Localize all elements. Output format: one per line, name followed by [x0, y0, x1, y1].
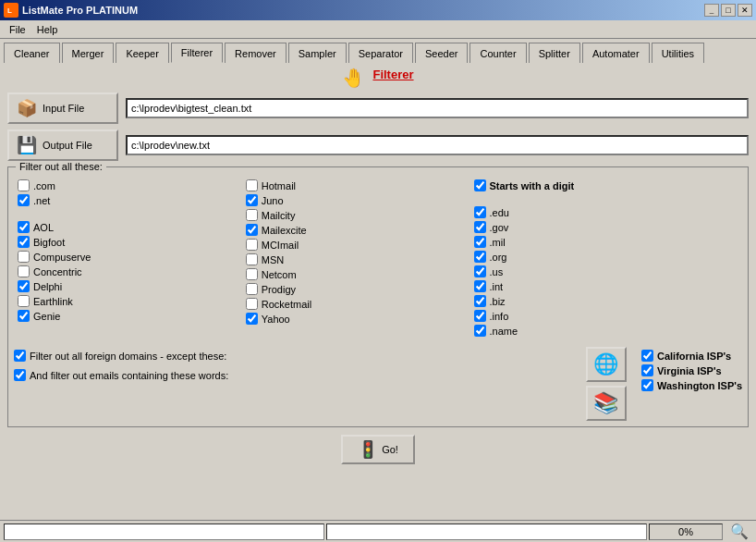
check-biz[interactable]	[474, 295, 486, 307]
filter-col-1: .com .net AOL Bigfoot Compuserve Concent…	[14, 177, 242, 339]
check-com[interactable]	[18, 179, 30, 191]
input-file-row: 📦 Input File	[7, 92, 749, 124]
close-button[interactable]: ✕	[738, 4, 752, 17]
tab-utilities[interactable]: Utilities	[652, 43, 704, 63]
check-gov[interactable]	[474, 221, 486, 233]
tab-merger[interactable]: Merger	[62, 43, 115, 63]
minimize-button[interactable]: _	[704, 4, 719, 17]
menu-file[interactable]: File	[4, 22, 31, 37]
output-file-row: 💾 Output File	[7, 129, 749, 161]
check-us[interactable]	[474, 265, 486, 277]
check-delphi[interactable]	[18, 280, 30, 292]
search-icon: 🔍	[730, 523, 749, 540]
hand-icon: 🤚	[342, 67, 365, 89]
input-file-button[interactable]: 📦 Input File	[7, 92, 118, 124]
tab-remover[interactable]: Remover	[225, 43, 287, 63]
check-compuserve[interactable]	[18, 251, 30, 263]
foreign-domains-icon-button[interactable]: 🌐	[586, 347, 627, 382]
check-california-isp[interactable]	[641, 350, 653, 362]
check-washington-isp[interactable]	[641, 379, 653, 391]
check-aol[interactable]	[18, 221, 30, 233]
check-netcom[interactable]	[246, 268, 258, 280]
check-foreign-domains[interactable]	[14, 350, 26, 362]
check-earthlink[interactable]	[18, 295, 30, 307]
tab-splitter[interactable]: Splitter	[529, 43, 580, 63]
check-org[interactable]	[474, 251, 486, 263]
title-bar: L ListMate Pro PLATINUM _ □ ✕	[0, 0, 756, 20]
output-file-path[interactable]	[126, 135, 749, 155]
check-rocketmail[interactable]	[246, 298, 258, 310]
check-starts-digit[interactable]	[474, 179, 486, 191]
check-concentric[interactable]	[18, 265, 30, 277]
menu-bar: File Help	[0, 20, 756, 39]
tab-automater[interactable]: Automater	[582, 43, 650, 63]
tab-sampler[interactable]: Sampler	[288, 43, 347, 63]
output-file-button[interactable]: 💾 Output File	[7, 129, 118, 161]
check-name[interactable]	[474, 325, 486, 337]
tab-seeder[interactable]: Seeder	[415, 43, 468, 63]
check-hotmail[interactable]	[246, 179, 258, 191]
status-left-panel	[4, 524, 324, 540]
search-button[interactable]: 🔍	[726, 521, 752, 543]
maximize-button[interactable]: □	[721, 4, 736, 17]
check-int[interactable]	[474, 280, 486, 292]
input-file-icon: 📦	[17, 98, 37, 118]
tab-keeper[interactable]: Keeper	[116, 43, 168, 63]
tab-bar: Cleaner Merger Keeper Filterer Remover S…	[0, 39, 756, 63]
globe-icon: 🌐	[593, 352, 618, 376]
check-yahoo[interactable]	[246, 313, 258, 325]
status-mid-panel	[326, 524, 647, 540]
output-file-icon: 💾	[17, 135, 37, 155]
tab-cleaner[interactable]: Cleaner	[4, 43, 60, 63]
section-title: Filterer	[372, 68, 413, 81]
menu-help[interactable]: Help	[31, 22, 64, 37]
app-icon: L	[4, 3, 18, 18]
input-file-path[interactable]	[126, 98, 749, 118]
check-mailexcite[interactable]	[246, 224, 258, 236]
check-juno[interactable]	[246, 194, 258, 206]
tab-separator[interactable]: Separator	[348, 43, 413, 63]
check-bigfoot[interactable]	[18, 236, 30, 248]
check-mcimail[interactable]	[246, 239, 258, 251]
tab-filterer[interactable]: Filterer	[171, 43, 223, 63]
window-controls: _ □ ✕	[704, 4, 752, 17]
tab-counter[interactable]: Counter	[469, 43, 526, 63]
containing-words-label: And filter out emails containing these w…	[30, 370, 228, 381]
check-mil[interactable]	[474, 236, 486, 248]
app-title: ListMate Pro PLATINUM	[22, 5, 138, 16]
foreign-domains-label: Filter out all foreign domains - except …	[30, 351, 226, 362]
main-content: 🤚 Filterer 📦 Input File 💾 Output File Fi…	[0, 63, 756, 475]
check-mailcity[interactable]	[246, 209, 258, 221]
filter-col-3: Starts with a digit .edu .gov .mil .org …	[470, 177, 743, 339]
check-msn[interactable]	[246, 253, 258, 265]
check-genie[interactable]	[18, 310, 30, 322]
check-containing-words[interactable]	[14, 369, 26, 381]
go-icon: 🚦	[358, 439, 378, 460]
isp-checkboxes: California ISP's Virginia ISP's Washingt…	[634, 347, 742, 394]
svg-text:L: L	[7, 6, 12, 15]
status-percent: 0%	[649, 524, 723, 540]
check-info[interactable]	[474, 310, 486, 322]
status-bar: 0% 🔍	[0, 520, 756, 542]
books-icon: 📚	[593, 391, 618, 415]
filter-group-label: Filter out all these:	[16, 161, 106, 172]
check-edu[interactable]	[474, 206, 486, 218]
filter-col-2: Hotmail Juno Mailcity Mailexcite MCImail…	[242, 177, 470, 339]
go-button[interactable]: 🚦 Go!	[341, 435, 415, 464]
words-icon-button[interactable]: 📚	[586, 386, 627, 421]
check-net[interactable]	[18, 194, 30, 206]
check-prodigy[interactable]	[246, 283, 258, 295]
go-section: 🚦 Go!	[7, 427, 749, 472]
check-virginia-isp[interactable]	[641, 364, 653, 376]
